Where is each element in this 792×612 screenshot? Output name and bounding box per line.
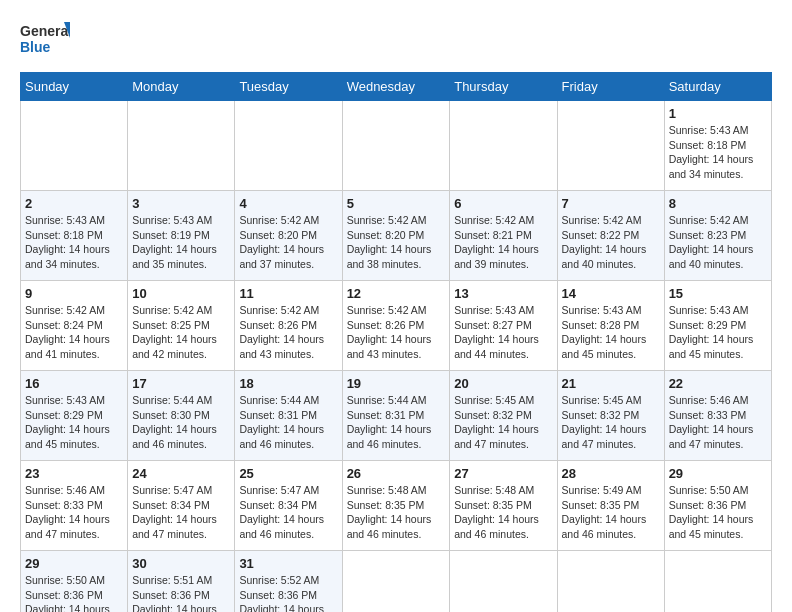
day-number: 14: [562, 286, 660, 301]
calendar-table: SundayMondayTuesdayWednesdayThursdayFrid…: [20, 72, 772, 612]
day-cell-15: 15 Sunrise: 5:43 AMSunset: 8:29 PMDaylig…: [664, 281, 771, 371]
day-cell-16: 16 Sunrise: 5:43 AMSunset: 8:29 PMDaylig…: [21, 371, 128, 461]
day-info: Sunrise: 5:43 AMSunset: 8:28 PMDaylight:…: [562, 303, 660, 362]
day-cell-18: 18 Sunrise: 5:44 AMSunset: 8:31 PMDaylig…: [235, 371, 342, 461]
day-info: Sunrise: 5:51 AMSunset: 8:36 PMDaylight:…: [132, 573, 230, 612]
day-number: 17: [132, 376, 230, 391]
day-number: 29: [669, 466, 767, 481]
day-number: 28: [562, 466, 660, 481]
day-cell-14: 14 Sunrise: 5:43 AMSunset: 8:28 PMDaylig…: [557, 281, 664, 371]
day-info: Sunrise: 5:49 AMSunset: 8:35 PMDaylight:…: [562, 483, 660, 542]
day-number: 11: [239, 286, 337, 301]
day-cell-17: 17 Sunrise: 5:44 AMSunset: 8:30 PMDaylig…: [128, 371, 235, 461]
empty-cell: [342, 551, 450, 613]
day-number: 29: [25, 556, 123, 571]
day-cell-29: 29 Sunrise: 5:50 AMSunset: 8:36 PMDaylig…: [21, 551, 128, 613]
day-cell-12: 12 Sunrise: 5:42 AMSunset: 8:26 PMDaylig…: [342, 281, 450, 371]
day-number: 24: [132, 466, 230, 481]
day-info: Sunrise: 5:44 AMSunset: 8:30 PMDaylight:…: [132, 393, 230, 452]
day-info: Sunrise: 5:42 AMSunset: 8:24 PMDaylight:…: [25, 303, 123, 362]
weekday-header-thursday: Thursday: [450, 73, 557, 101]
day-info: Sunrise: 5:48 AMSunset: 8:35 PMDaylight:…: [454, 483, 552, 542]
day-cell-1: 1 Sunrise: 5:43 AMSunset: 8:18 PMDayligh…: [664, 101, 771, 191]
weekday-header-tuesday: Tuesday: [235, 73, 342, 101]
empty-cell: [235, 101, 342, 191]
day-number: 9: [25, 286, 123, 301]
day-number: 31: [239, 556, 337, 571]
day-cell-4: 4 Sunrise: 5:42 AMSunset: 8:20 PMDayligh…: [235, 191, 342, 281]
calendar-week-1: 1 Sunrise: 5:43 AMSunset: 8:18 PMDayligh…: [21, 101, 772, 191]
empty-cell: [664, 551, 771, 613]
day-number: 5: [347, 196, 446, 211]
day-number: 2: [25, 196, 123, 211]
weekday-header-monday: Monday: [128, 73, 235, 101]
day-cell-2: 2 Sunrise: 5:43 AMSunset: 8:18 PMDayligh…: [21, 191, 128, 281]
day-cell-11: 11 Sunrise: 5:42 AMSunset: 8:26 PMDaylig…: [235, 281, 342, 371]
day-info: Sunrise: 5:42 AMSunset: 8:21 PMDaylight:…: [454, 213, 552, 272]
day-number: 18: [239, 376, 337, 391]
day-number: 15: [669, 286, 767, 301]
day-info: Sunrise: 5:42 AMSunset: 8:23 PMDaylight:…: [669, 213, 767, 272]
page-header: General Blue: [20, 20, 772, 62]
day-cell-9: 9 Sunrise: 5:42 AMSunset: 8:24 PMDayligh…: [21, 281, 128, 371]
day-number: 23: [25, 466, 123, 481]
day-number: 1: [669, 106, 767, 121]
calendar-header-row: SundayMondayTuesdayWednesdayThursdayFrid…: [21, 73, 772, 101]
day-number: 6: [454, 196, 552, 211]
day-info: Sunrise: 5:43 AMSunset: 8:29 PMDaylight:…: [669, 303, 767, 362]
day-cell-8: 8 Sunrise: 5:42 AMSunset: 8:23 PMDayligh…: [664, 191, 771, 281]
day-info: Sunrise: 5:43 AMSunset: 8:27 PMDaylight:…: [454, 303, 552, 362]
day-cell-27: 27 Sunrise: 5:48 AMSunset: 8:35 PMDaylig…: [450, 461, 557, 551]
day-number: 26: [347, 466, 446, 481]
day-info: Sunrise: 5:43 AMSunset: 8:18 PMDaylight:…: [669, 123, 767, 182]
day-cell-6: 6 Sunrise: 5:42 AMSunset: 8:21 PMDayligh…: [450, 191, 557, 281]
weekday-header-wednesday: Wednesday: [342, 73, 450, 101]
day-cell-29: 29 Sunrise: 5:50 AMSunset: 8:36 PMDaylig…: [664, 461, 771, 551]
day-number: 13: [454, 286, 552, 301]
day-info: Sunrise: 5:44 AMSunset: 8:31 PMDaylight:…: [239, 393, 337, 452]
day-cell-19: 19 Sunrise: 5:44 AMSunset: 8:31 PMDaylig…: [342, 371, 450, 461]
day-cell-7: 7 Sunrise: 5:42 AMSunset: 8:22 PMDayligh…: [557, 191, 664, 281]
day-info: Sunrise: 5:43 AMSunset: 8:29 PMDaylight:…: [25, 393, 123, 452]
logo: General Blue: [20, 20, 70, 62]
day-info: Sunrise: 5:42 AMSunset: 8:25 PMDaylight:…: [132, 303, 230, 362]
empty-cell: [557, 551, 664, 613]
day-cell-10: 10 Sunrise: 5:42 AMSunset: 8:25 PMDaylig…: [128, 281, 235, 371]
logo-svg: General Blue: [20, 20, 70, 62]
day-info: Sunrise: 5:46 AMSunset: 8:33 PMDaylight:…: [669, 393, 767, 452]
day-cell-13: 13 Sunrise: 5:43 AMSunset: 8:27 PMDaylig…: [450, 281, 557, 371]
day-cell-20: 20 Sunrise: 5:45 AMSunset: 8:32 PMDaylig…: [450, 371, 557, 461]
day-number: 21: [562, 376, 660, 391]
day-info: Sunrise: 5:43 AMSunset: 8:19 PMDaylight:…: [132, 213, 230, 272]
day-info: Sunrise: 5:42 AMSunset: 8:26 PMDaylight:…: [239, 303, 337, 362]
day-number: 7: [562, 196, 660, 211]
calendar-week-4: 16 Sunrise: 5:43 AMSunset: 8:29 PMDaylig…: [21, 371, 772, 461]
day-number: 25: [239, 466, 337, 481]
day-info: Sunrise: 5:52 AMSunset: 8:36 PMDaylight:…: [239, 573, 337, 612]
calendar-week-2: 2 Sunrise: 5:43 AMSunset: 8:18 PMDayligh…: [21, 191, 772, 281]
day-cell-26: 26 Sunrise: 5:48 AMSunset: 8:35 PMDaylig…: [342, 461, 450, 551]
svg-text:General: General: [20, 23, 70, 39]
weekday-header-saturday: Saturday: [664, 73, 771, 101]
calendar-week-6: 29 Sunrise: 5:50 AMSunset: 8:36 PMDaylig…: [21, 551, 772, 613]
day-cell-3: 3 Sunrise: 5:43 AMSunset: 8:19 PMDayligh…: [128, 191, 235, 281]
day-cell-25: 25 Sunrise: 5:47 AMSunset: 8:34 PMDaylig…: [235, 461, 342, 551]
day-number: 22: [669, 376, 767, 391]
day-cell-5: 5 Sunrise: 5:42 AMSunset: 8:20 PMDayligh…: [342, 191, 450, 281]
day-info: Sunrise: 5:44 AMSunset: 8:31 PMDaylight:…: [347, 393, 446, 452]
day-info: Sunrise: 5:50 AMSunset: 8:36 PMDaylight:…: [25, 573, 123, 612]
day-info: Sunrise: 5:45 AMSunset: 8:32 PMDaylight:…: [454, 393, 552, 452]
day-cell-22: 22 Sunrise: 5:46 AMSunset: 8:33 PMDaylig…: [664, 371, 771, 461]
day-number: 8: [669, 196, 767, 211]
day-info: Sunrise: 5:42 AMSunset: 8:26 PMDaylight:…: [347, 303, 446, 362]
day-cell-30: 30 Sunrise: 5:51 AMSunset: 8:36 PMDaylig…: [128, 551, 235, 613]
day-info: Sunrise: 5:43 AMSunset: 8:18 PMDaylight:…: [25, 213, 123, 272]
day-info: Sunrise: 5:42 AMSunset: 8:20 PMDaylight:…: [347, 213, 446, 272]
calendar-week-3: 9 Sunrise: 5:42 AMSunset: 8:24 PMDayligh…: [21, 281, 772, 371]
day-number: 19: [347, 376, 446, 391]
day-info: Sunrise: 5:48 AMSunset: 8:35 PMDaylight:…: [347, 483, 446, 542]
svg-text:Blue: Blue: [20, 39, 51, 55]
day-number: 16: [25, 376, 123, 391]
day-number: 10: [132, 286, 230, 301]
empty-cell: [450, 551, 557, 613]
